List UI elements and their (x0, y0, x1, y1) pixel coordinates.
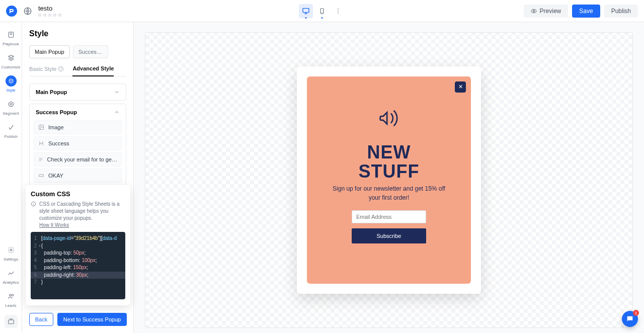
app-logo[interactable] (6, 6, 17, 17)
svg-point-10 (10, 80, 11, 81)
nav-settings[interactable]: Settings (2, 242, 20, 264)
project-block: testo (38, 5, 61, 17)
analytics-icon (8, 270, 15, 277)
desktop-device-button[interactable] (299, 4, 313, 18)
heading-icon (38, 140, 44, 146)
svg-point-14 (9, 102, 13, 106)
svg-rect-18 (8, 320, 14, 324)
svg-point-5 (338, 11, 339, 12)
accordion-success-header[interactable]: Success Popup (30, 104, 126, 120)
svg-point-11 (12, 80, 12, 81)
preview-canvas: ✕ NEWSTUFF Sign up for our newsletter an… (134, 22, 644, 333)
pill-main-popup[interactable]: Main Popup (29, 45, 70, 58)
back-button[interactable]: Back (29, 313, 53, 326)
eye-icon (531, 8, 537, 14)
svg-rect-21 (39, 175, 44, 177)
chat-badge: 1 (633, 310, 639, 316)
customize-icon (8, 54, 15, 61)
project-name: testo (38, 5, 61, 12)
how-it-works-link[interactable]: How It Works (39, 222, 125, 229)
svg-point-20 (40, 126, 41, 127)
svg-point-4 (338, 9, 339, 10)
svg-point-6 (338, 13, 339, 14)
top-bar: testo Preview Save Publish (0, 0, 644, 22)
popup-subtext: Sign up for our newsletter and get 15% o… (325, 185, 453, 202)
nav-leads[interactable]: Leads (2, 289, 20, 310)
playbook-icon (8, 31, 15, 38)
row-email-text[interactable]: Check your email for to get 15% off. (34, 152, 122, 166)
breadcrumb-steps (38, 13, 61, 17)
style-tabs: Basic Stylei Advanced Style (29, 65, 126, 76)
nav-playbook[interactable]: Playbook (2, 27, 20, 48)
image-icon (38, 124, 44, 130)
chat-icon (626, 315, 634, 323)
chevron-up-icon (114, 109, 120, 115)
side-nav: Playbook Customize Style Segment Publish… (0, 22, 22, 333)
svg-rect-1 (303, 8, 309, 12)
nav-publish[interactable]: Publish (2, 120, 20, 141)
css-editor[interactable]: 1 [data-page-id="39d21b4b"][data-d 2▾ { … (31, 232, 125, 299)
popup-heading: NEWSTUFF (359, 143, 420, 181)
panel-footer: Back Next to Success Popup (29, 313, 127, 326)
text-icon (38, 156, 43, 162)
row-okay-button[interactable]: OKAY (34, 169, 122, 183)
pill-success-popup[interactable]: Success Po... (73, 45, 108, 58)
settings-icon (8, 246, 15, 254)
popup-selector: Main Popup Success Po... (29, 45, 126, 58)
svg-point-7 (533, 10, 534, 12)
popup-inner: ✕ NEWSTUFF Sign up for our newsletter an… (307, 76, 471, 284)
topbar-left: testo (6, 5, 61, 17)
button-icon (38, 173, 44, 179)
svg-point-9 (9, 79, 13, 83)
globe-icon (23, 7, 32, 16)
preview-button[interactable]: Preview (524, 5, 569, 18)
svg-point-3 (322, 13, 323, 13)
publish-button[interactable]: Publish (604, 5, 638, 18)
popup-close-button[interactable]: ✕ (455, 81, 466, 93)
chevron-down-icon (114, 89, 120, 95)
accordion-success-popup: Success Popup Image Success Check your e… (29, 104, 126, 189)
topbar-right: Preview Save Publish (524, 5, 638, 18)
svg-point-12 (11, 81, 11, 82)
accordion-main-popup[interactable]: Main Popup (29, 84, 126, 101)
publish-icon (8, 124, 15, 131)
more-menu-button[interactable] (331, 8, 345, 15)
svg-point-16 (9, 294, 11, 296)
device-switcher (299, 4, 345, 18)
mobile-device-button[interactable] (315, 4, 329, 18)
nav-segment[interactable]: Segment (2, 97, 20, 118)
chat-launcher[interactable]: 1 (622, 311, 638, 327)
megaphone-icon (377, 107, 400, 130)
briefcase-icon (8, 318, 15, 325)
svg-rect-8 (9, 32, 13, 38)
segment-icon (8, 101, 15, 108)
svg-point-17 (12, 294, 14, 296)
svg-point-15 (10, 249, 12, 251)
tab-advanced-style[interactable]: Advanced Style (72, 65, 114, 76)
info-icon (31, 201, 36, 207)
nav-style[interactable]: Style (2, 73, 20, 95)
nav-customize[interactable]: Customize (2, 50, 20, 71)
style-icon (8, 78, 14, 84)
save-button[interactable]: Save (572, 5, 600, 18)
popup-subscribe-button[interactable]: Subscribe (352, 228, 426, 243)
row-image[interactable]: Image (34, 120, 122, 134)
nav-analytics[interactable]: Analytics (2, 266, 20, 287)
popup-email-input[interactable] (352, 210, 426, 223)
custom-css-title: Custom CSS (31, 190, 125, 198)
info-icon: i (58, 66, 63, 71)
panel-title: Style (29, 29, 126, 38)
custom-css-panel: Custom CSS CSS or Cascading Style Sheets… (26, 185, 130, 305)
popup-outer: ✕ NEWSTUFF Sign up for our newsletter an… (297, 66, 481, 294)
nav-briefcase[interactable] (5, 315, 18, 328)
row-success-heading[interactable]: Success (34, 136, 122, 150)
svg-point-13 (10, 103, 12, 105)
canvas-frame: ✕ NEWSTUFF Sign up for our newsletter an… (145, 32, 633, 328)
next-button[interactable]: Next to Success Popup (57, 313, 127, 326)
custom-css-desc: CSS or Cascading Style Sheets is a style… (39, 201, 120, 221)
tab-basic-style[interactable]: Basic Stylei (29, 65, 63, 76)
leads-icon (8, 293, 15, 300)
